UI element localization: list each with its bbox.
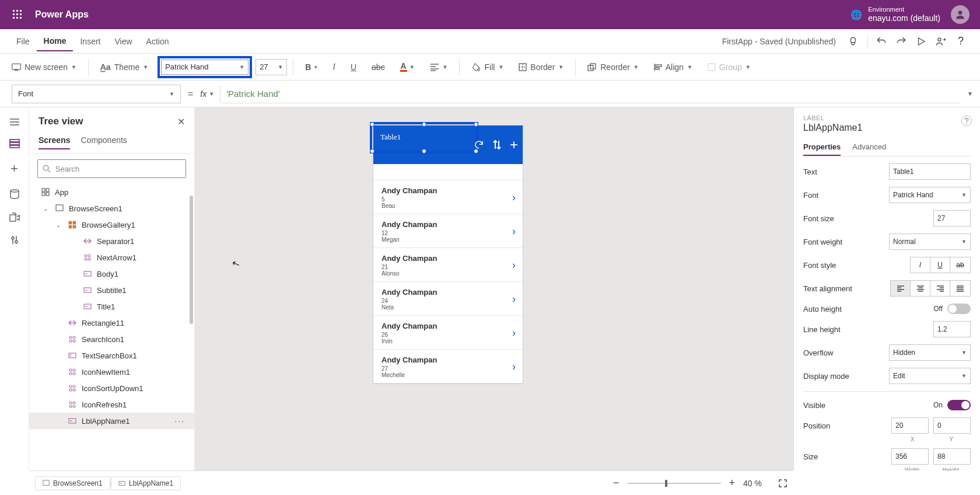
tree-item[interactable]: Title1: [29, 298, 194, 315]
gallery-row[interactable]: Andy Champan27Mechelle›: [373, 350, 523, 384]
chevron-down-icon[interactable]: ⌄: [56, 222, 63, 228]
phone-search-box[interactable]: [373, 164, 523, 180]
tree-item[interactable]: TextSearchBox1: [29, 347, 194, 364]
strike-toggle[interactable]: ab: [950, 257, 970, 273]
bold-button[interactable]: B▾: [299, 57, 323, 77]
canvas[interactable]: ↖ Table1: [195, 107, 793, 470]
breadcrumb-screen[interactable]: BrowseScreen1: [35, 476, 110, 490]
tree-item[interactable]: Rectangle11: [29, 315, 194, 331]
prop-height-input[interactable]: 88: [933, 448, 971, 465]
chevron-right-icon[interactable]: ›: [512, 327, 516, 339]
zoom-out-button[interactable]: −: [613, 477, 620, 489]
align-left-button[interactable]: [891, 281, 911, 296]
tree-item[interactable]: Separator1: [29, 233, 194, 249]
prop-displaymode-select[interactable]: Edit▼: [889, 368, 971, 384]
resize-handle[interactable]: [422, 122, 426, 127]
prop-fontsize-input[interactable]: 27: [933, 210, 971, 226]
gallery-row[interactable]: Andy Champan24Neta›: [373, 282, 523, 316]
close-icon[interactable]: ✕: [177, 116, 185, 127]
fx-icon[interactable]: fx: [200, 89, 206, 99]
tab-properties[interactable]: Properties: [803, 139, 841, 156]
breadcrumb-control[interactable]: LblAppName1: [111, 476, 181, 490]
font-family-select[interactable]: Patrick Hand ▼: [161, 60, 249, 75]
prop-fontweight-select[interactable]: Normal▼: [889, 233, 971, 250]
app-checker-icon[interactable]: [844, 32, 864, 51]
auto-height-toggle[interactable]: [947, 304, 971, 314]
tree-item[interactable]: NextArrow1: [29, 249, 194, 266]
menu-file[interactable]: File: [9, 32, 37, 51]
menu-action[interactable]: Action: [139, 32, 176, 51]
zoom-slider[interactable]: [628, 483, 721, 484]
prop-overflow-select[interactable]: Hidden▼: [889, 344, 971, 361]
refresh-icon[interactable]: [474, 140, 484, 150]
insert-icon[interactable]: +: [10, 161, 18, 176]
chevron-down-icon[interactable]: ▼: [209, 91, 214, 97]
chevron-right-icon[interactable]: ›: [512, 361, 516, 373]
underline-toggle[interactable]: U: [930, 257, 950, 273]
align-justify-button[interactable]: [950, 281, 970, 296]
sort-icon[interactable]: [492, 140, 502, 150]
align-text-button[interactable]: ▼: [424, 57, 454, 77]
menu-view[interactable]: View: [107, 32, 139, 51]
formula-input[interactable]: 'Patrick Hand': [220, 85, 960, 103]
visible-toggle[interactable]: [947, 400, 971, 410]
tab-advanced[interactable]: Advanced: [852, 139, 886, 156]
tree-item[interactable]: IconNewItem1: [29, 364, 194, 380]
prop-width-input[interactable]: 356: [891, 448, 929, 465]
tree-view-icon[interactable]: [9, 139, 20, 148]
strikethrough-button[interactable]: abc: [366, 57, 391, 77]
chevron-right-icon[interactable]: ›: [512, 293, 516, 305]
hamburger-icon[interactable]: [9, 118, 20, 126]
data-icon[interactable]: [10, 189, 19, 200]
italic-button[interactable]: I: [327, 57, 341, 77]
tree-item[interactable]: Body1: [29, 266, 194, 282]
tree-item[interactable]: ⌄BrowseScreen1: [29, 200, 194, 217]
add-icon[interactable]: +: [510, 137, 518, 153]
zoom-in-button[interactable]: +: [729, 477, 736, 489]
prop-font-select[interactable]: Patrick Hand▼: [889, 187, 971, 203]
more-icon[interactable]: ···: [174, 416, 190, 426]
avatar[interactable]: [951, 5, 970, 24]
media-icon[interactable]: [9, 212, 20, 222]
menu-home[interactable]: Home: [37, 32, 74, 51]
chevron-right-icon[interactable]: ›: [512, 191, 516, 204]
resize-handle[interactable]: [370, 149, 374, 154]
help-icon[interactable]: ?: [951, 32, 971, 51]
gallery-row[interactable]: Andy Champan26Irvin›: [373, 316, 523, 350]
tree-item[interactable]: SearchIcon1: [29, 331, 194, 347]
tree-item[interactable]: ⌄BrowseGallery1: [29, 217, 194, 233]
share-icon[interactable]: [931, 32, 951, 51]
tab-components[interactable]: Components: [80, 132, 127, 149]
waffle-icon[interactable]: [6, 3, 29, 26]
tree-item[interactable]: LblAppName1···: [29, 413, 194, 429]
align-button[interactable]: Align ▼: [648, 57, 698, 77]
font-size-select[interactable]: 27 ▼: [256, 59, 287, 75]
chevron-right-icon[interactable]: ›: [512, 225, 516, 238]
scrollbar-thumb[interactable]: [190, 196, 193, 324]
gallery-row[interactable]: Andy Champan5Beau›: [373, 180, 523, 214]
play-icon[interactable]: [911, 32, 931, 51]
undo-icon[interactable]: [872, 32, 891, 51]
chevron-down-icon[interactable]: ⌄: [43, 205, 50, 212]
redo-icon[interactable]: [891, 32, 911, 51]
prop-x-input[interactable]: 20: [891, 417, 929, 434]
expand-formula-icon[interactable]: ▼: [960, 90, 980, 97]
border-button[interactable]: Border ▼: [513, 57, 569, 77]
italic-toggle[interactable]: I: [911, 257, 930, 273]
property-select[interactable]: Font ▼: [12, 85, 181, 103]
menu-insert[interactable]: Insert: [73, 32, 107, 51]
tree-item[interactable]: IconSortUpDown1: [29, 380, 194, 396]
help-icon[interactable]: ?: [961, 116, 972, 126]
environment-picker[interactable]: Environment enayu.com (default): [868, 6, 940, 23]
resize-handle[interactable]: [422, 149, 426, 154]
tree-search-input[interactable]: Search: [37, 159, 186, 178]
advanced-tools-icon[interactable]: [10, 235, 19, 245]
gallery-row[interactable]: Andy Champan21Alonso›: [373, 248, 523, 282]
prop-lineheight-input[interactable]: 1.2: [933, 321, 971, 337]
align-right-button[interactable]: [930, 281, 950, 296]
fill-button[interactable]: Fill ▼: [466, 57, 509, 77]
tree-item-app[interactable]: App: [29, 184, 194, 200]
font-color-button[interactable]: A ▼: [394, 57, 421, 77]
tree-item[interactable]: IconRefresh1: [29, 396, 194, 413]
new-screen-button[interactable]: New screen ▼: [6, 57, 82, 77]
